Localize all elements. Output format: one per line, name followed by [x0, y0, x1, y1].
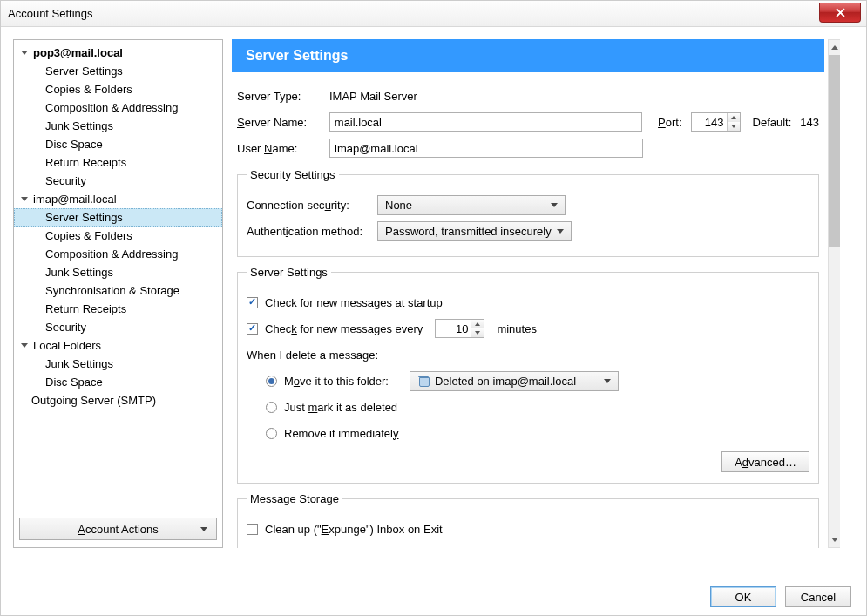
panel-header: Server Settings	[232, 39, 824, 72]
user-name-input[interactable]	[329, 139, 643, 158]
ok-button[interactable]: OK	[710, 586, 776, 607]
tree-label: Disc Space	[45, 376, 103, 389]
account-label: pop3@mail.local	[33, 46, 123, 59]
sidebar-item-server-settings[interactable]: Server Settings	[14, 62, 222, 80]
tree-label: Security	[45, 174, 86, 187]
sidebar-item-copies-folders[interactable]: Copies & Folders	[14, 227, 222, 245]
arrow-down-icon	[831, 538, 838, 542]
sidebar-item-sync-storage[interactable]: Synchronisation & Storage	[14, 281, 222, 300]
cleanup-checkbox[interactable]	[247, 524, 258, 535]
delete-folder-select[interactable]: Deleted on imap@mail.local	[410, 371, 619, 391]
port-spinner[interactable]	[691, 112, 741, 132]
collapse-icon	[21, 197, 28, 201]
sidebar-item-copies-folders[interactable]: Copies & Folders	[14, 80, 222, 98]
collapse-icon	[21, 343, 28, 348]
chevron-down-icon	[200, 527, 207, 531]
main-scrollbar[interactable]	[828, 39, 842, 548]
connection-security-select[interactable]: None	[377, 195, 566, 215]
collapse-icon	[21, 51, 28, 55]
tree-label: Copies & Folders	[45, 83, 132, 96]
close-icon	[836, 8, 845, 17]
interval-input[interactable]	[436, 320, 471, 337]
sidebar-item-return-receipts[interactable]: Return Receipts	[14, 300, 222, 318]
spin-down[interactable]	[471, 328, 484, 337]
delete-action-label: When I delete a message:	[247, 349, 378, 362]
tree-label: Server Settings	[45, 211, 123, 224]
account-actions-button[interactable]: Account Actions	[19, 518, 217, 540]
account-pop3[interactable]: pop3@mail.local	[14, 44, 222, 62]
tree-label: Server Settings	[45, 64, 123, 78]
account-local-folders[interactable]: Local Folders	[14, 336, 222, 355]
sidebar-item-outgoing-smtp[interactable]: Outgoing Server (SMTP)	[14, 391, 222, 410]
window-close-button[interactable]	[819, 3, 861, 23]
window-title: Account Settings	[8, 7, 93, 20]
spin-up[interactable]	[728, 113, 740, 122]
interval-unit: minutes	[497, 322, 537, 335]
tree-label: Disc Space	[45, 138, 103, 151]
select-value: None	[385, 199, 412, 212]
spin-down[interactable]	[728, 122, 740, 131]
auth-method-select[interactable]: Password, transmitted insecurely	[377, 221, 572, 241]
advanced-button[interactable]: Advanced…	[721, 451, 809, 472]
sidebar-item-disc-space[interactable]: Disc Space	[14, 135, 222, 153]
chevron-down-icon	[557, 229, 564, 234]
message-storage-group: Message Storage Clean up ("Expunge") Inb…	[237, 492, 819, 548]
sidebar-item-junk[interactable]: Junk Settings	[14, 355, 222, 373]
tree-label: Composition & Addressing	[45, 247, 178, 261]
sidebar-item-composition[interactable]: Composition & Addressing	[14, 245, 222, 263]
sidebar-item-composition[interactable]: Composition & Addressing	[14, 98, 222, 117]
default-label: Default:	[753, 116, 792, 129]
server-settings-legend: Server Settings	[247, 266, 331, 279]
security-settings-group: Security Settings Connection security: N…	[237, 168, 819, 257]
server-name-input[interactable]	[329, 112, 642, 132]
server-type-label: Server Type:	[237, 90, 329, 103]
select-value: Password, transmitted insecurely	[385, 225, 552, 238]
delete-move-radio[interactable]	[266, 376, 277, 387]
delete-remove-label: Remove it immediately	[284, 427, 399, 440]
port-label: Port:	[658, 116, 681, 129]
check-interval-label: Check for new messages every	[265, 322, 423, 335]
delete-mark-label: Just mark it as deleted	[284, 401, 397, 414]
security-legend: Security Settings	[247, 168, 339, 181]
user-name-label: User Name:	[237, 142, 329, 155]
port-input[interactable]	[692, 113, 727, 131]
cleanup-label: Clean up ("Expunge") Inbox on Exit	[265, 523, 443, 536]
sidebar-item-junk[interactable]: Junk Settings	[14, 117, 222, 135]
tree-label: Synchronisation & Storage	[45, 284, 179, 297]
sidebar-item-security[interactable]: Security	[14, 172, 222, 190]
cancel-button[interactable]: Cancel	[785, 586, 851, 607]
sidebar-item-junk[interactable]: Junk Settings	[14, 263, 222, 281]
delete-remove-radio[interactable]	[266, 428, 277, 439]
account-imap[interactable]: imap@mail.local	[14, 190, 222, 208]
connection-security-label: Connection security:	[247, 199, 377, 212]
interval-spinner[interactable]	[435, 319, 484, 338]
check-startup-checkbox[interactable]	[247, 297, 258, 308]
account-label: Local Folders	[33, 339, 101, 352]
delete-move-label: Move it to this folder:	[284, 375, 389, 388]
tree-label: Junk Settings	[45, 357, 113, 370]
sidebar-item-disc-space[interactable]: Disc Space	[14, 373, 222, 391]
server-type-value: IMAP Mail Server	[329, 90, 417, 103]
scroll-thumb[interactable]	[829, 55, 841, 247]
scroll-up-button[interactable]	[829, 40, 841, 55]
account-actions-label: ccount Actions	[85, 523, 159, 536]
account-label: imap@mail.local	[33, 193, 117, 206]
auth-method-label: Authentication method:	[247, 225, 377, 238]
sidebar-item-server-settings-selected[interactable]: Server Settings	[14, 208, 222, 227]
tree-label: Junk Settings	[45, 119, 113, 132]
check-startup-label: Check for new messages at startup	[265, 296, 443, 309]
server-settings-group: Server Settings Check for new messages a…	[237, 266, 819, 484]
chevron-down-icon	[551, 203, 558, 207]
tree-label: Copies & Folders	[45, 229, 132, 242]
spin-up[interactable]	[471, 320, 484, 328]
tree-label: Composition & Addressing	[45, 101, 178, 114]
trash-icon	[417, 375, 430, 387]
default-value: 143	[800, 116, 819, 129]
sidebar-item-security[interactable]: Security	[14, 318, 222, 336]
scroll-down-button[interactable]	[829, 532, 841, 547]
sidebar-item-return-receipts[interactable]: Return Receipts	[14, 153, 222, 172]
check-interval-checkbox[interactable]	[247, 323, 258, 335]
message-storage-legend: Message Storage	[247, 492, 342, 505]
delete-mark-radio[interactable]	[266, 402, 277, 413]
tree-label: Outgoing Server (SMTP)	[31, 394, 156, 407]
